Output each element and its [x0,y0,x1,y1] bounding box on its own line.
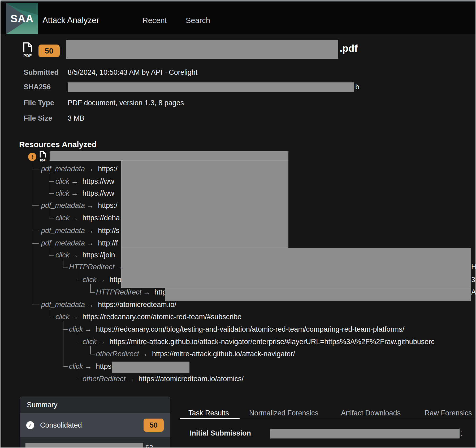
nav-search[interactable]: Search [186,16,210,25]
resource-row: otherRedirect→https://mitre-attack.githu… [96,349,295,359]
resource-url[interactable]: https://redcanary.com/atomic-red-team/#s… [83,313,242,321]
resource-row: click→https://redcanary.com/atomic-red-t… [55,311,241,322]
redacted-sha256 [68,82,354,92]
resource-row: pdf_metadata→https:/ [41,164,118,174]
resource-url[interactable]: https://deha [83,214,120,222]
submitted-value: 8/5/2024, 10:50:43 AM by API - Corelight [68,68,197,77]
pdf-file-icon-small-caption: PDF [38,159,47,162]
tree-tick [49,317,54,317]
resource-url[interactable]: https://mitre-attack.github.io/attack-na… [110,338,435,346]
resource-url[interactable]: https://redcanary.com/blog/testing-and-v… [96,325,405,333]
arrow-icon: → [85,362,92,370]
tree-tick [90,354,95,354]
arrow-icon: → [141,350,148,358]
score-badge: 50 [38,45,60,57]
tab-raw-forensics[interactable]: Raw Forensics [425,409,472,417]
pdf-file-icon-small: PDF [38,151,47,163]
tree-tick [63,366,68,367]
resource-row: click→https://redcanary.com/blog/testing… [69,324,404,335]
resource-row: click→https://join. [55,250,117,260]
tree-line [32,163,32,305]
redacted-filename [66,40,338,59]
arrow-icon: → [86,201,94,209]
summary-item-label: Consolidated [40,421,82,429]
arrow-icon: → [86,239,94,247]
resource-url[interactable]: https://join. [83,251,117,259]
edge-type-label: click [69,362,83,370]
arrow-icon: → [98,276,105,284]
edge-type-label: click [55,214,70,222]
tree-line [49,309,49,317]
resource-row: pdf_metadata→http://s [41,225,119,236]
tree-tick [77,379,81,379]
tree-line [63,321,63,366]
redacted-region [50,151,288,161]
resource-url[interactable]: https:/ [98,201,118,209]
submitted-label: Submitted [24,68,59,77]
resource-url[interactable]: http://f [98,239,118,247]
topbar: SAA Attack Analyzer Recent Search [1,2,475,34]
tree-line [49,248,49,255]
edge-type-label: pdf_metadata [41,227,85,235]
resource-url[interactable]: http [154,288,166,296]
tab-artifact-downloads[interactable]: Artifact Downloads [341,409,401,417]
tab-normalized-forensics[interactable]: Normalized Forensics [249,409,318,417]
filename-extension: .pdf [340,43,358,54]
resource-row: click→https://mitre-attack.github.io/att… [83,336,435,347]
arrow-icon: → [86,227,94,235]
tree-tick [63,267,68,267]
edge-type-label: HTTPRedirect [69,263,114,271]
resources-heading: Resources Analyzed [19,140,97,149]
edge-type-label: pdf_metadata [41,201,85,209]
resource-row: pdf_metadata→http://f [41,238,118,248]
edge-type-label: HTTPRedirect [96,288,141,296]
pdf-file-icon: PDF [21,42,34,58]
check-icon: ✓ [26,421,34,429]
tab-task-results[interactable]: Task Results [188,409,229,417]
resource-url[interactable]: http [110,276,122,284]
sha256-label: SHA256 [24,83,51,91]
summary-item-consolidated[interactable]: ✓ Consolidated 50 [20,413,170,437]
resource-url[interactable]: https:/ [98,165,118,173]
tree-line [77,371,77,379]
resource-row: pdf_metadata→https:/ [41,200,118,211]
redacted-summary-item [25,443,143,448]
tree-tick [63,329,68,330]
resource-row: click→https [69,361,111,372]
clipped-url-character: A [471,287,476,297]
tree-line [77,271,77,280]
warning-icon: ! [28,153,36,161]
resource-url[interactable]: https://atomicredteam.io/ [98,301,176,309]
pdf-file-icon-caption: PDF [21,54,34,58]
nav-recent[interactable]: Recent [142,16,167,25]
active-tab-underline [180,418,240,419]
initial-submission-clipped-character: : [460,429,462,437]
arrow-icon: → [86,165,94,173]
resource-url[interactable]: https://atomicredteam.io/atomics/ [139,375,244,383]
resource-url[interactable]: https [96,362,112,370]
clipped-url-character: 3 [471,274,475,285]
resource-row: click→https://deha [55,213,120,223]
tree-tick [49,218,54,218]
pdf-file-glyph [22,42,33,52]
arrow-icon: → [71,177,78,185]
arrow-icon: → [71,214,78,222]
resource-row: click→https://ww [55,176,114,187]
resource-url[interactable]: https://ww [83,189,114,197]
arrow-icon: → [98,338,105,346]
file-type-label: File Type [24,99,54,107]
app-logo[interactable]: SAA [6,3,38,34]
clipped-url-character: H [471,262,476,272]
resource-url[interactable]: https://mitre-attack.github.io/attack-na… [152,350,295,358]
resource-row: pdf_metadata→https://atomicredteam.io/ [41,299,176,310]
resource-url[interactable]: https://ww [83,177,114,185]
summary-score-badge: 50 [144,419,164,432]
arrow-icon: → [86,301,94,309]
arrow-icon: → [143,288,150,296]
redacted-region [121,248,471,288]
page-title: Attack Analyzer [42,16,99,25]
resource-url[interactable]: http://s [98,227,119,235]
edge-type-label: click [83,338,97,346]
top-border-strip [1,1,475,2]
tree-tick [32,243,39,244]
